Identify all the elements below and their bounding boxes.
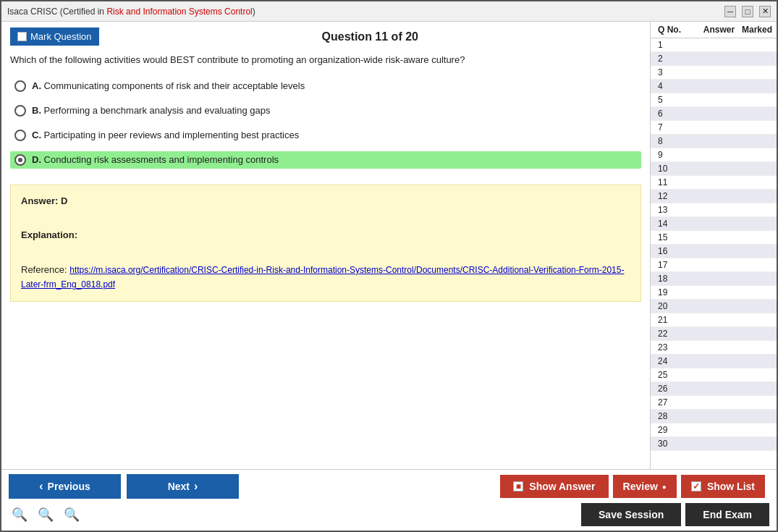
question-list-row[interactable]: 11 (651, 176, 777, 190)
reference: Reference: https://m.isaca.org/Certifica… (21, 263, 630, 293)
row-qno: 29 (652, 425, 699, 435)
close-button[interactable]: ✕ (759, 6, 771, 17)
option-a[interactable]: A. Communicating components of risk and … (10, 77, 641, 95)
reference-text: Reference: (21, 264, 69, 275)
row-qno: 23 (652, 342, 699, 352)
end-exam-button[interactable]: End Exam (685, 503, 769, 526)
question-list-row[interactable]: 1 (651, 38, 777, 52)
zoom-reset-button[interactable]: 🔍 (35, 505, 56, 524)
question-list-row[interactable]: 23 (651, 341, 777, 355)
show-answer-check-icon: ■ (513, 481, 523, 491)
row-qno: 19 (652, 287, 699, 297)
previous-label: Previous (48, 481, 90, 492)
show-list-label: Show List (707, 481, 755, 492)
question-area: ✓ Mark Question Question 11 of 20 Which … (1, 22, 650, 469)
header-qno: Q No. (652, 25, 699, 35)
explanation-label: Explanation: (21, 228, 630, 243)
question-list-row[interactable]: 21 (651, 313, 777, 327)
row-qno: 11 (652, 177, 699, 187)
question-list-row[interactable]: 27 (651, 396, 777, 410)
row-qno: 2 (652, 54, 699, 64)
option-c-text: C. Participating in peer reviews and imp… (32, 130, 299, 140)
question-list-row[interactable]: 7 (651, 121, 777, 135)
question-list-row[interactable]: 14 (651, 217, 777, 231)
next-button[interactable]: Next › (127, 474, 239, 499)
row-qno: 8 (652, 136, 699, 146)
maximize-button[interactable]: □ (742, 6, 753, 17)
option-d-radio (14, 154, 26, 166)
show-answer-label: Show Answer (529, 481, 595, 492)
row-qno: 6 (652, 109, 699, 119)
question-list-row[interactable]: 24 (651, 355, 777, 368)
next-label: Next (168, 481, 190, 492)
row-qno: 5 (652, 95, 699, 105)
option-b-radio (14, 105, 26, 117)
option-b[interactable]: B. Performing a benchmark analysis and e… (10, 102, 641, 119)
question-list-row[interactable]: 2 (651, 52, 777, 66)
review-dot-icon: ● (662, 483, 667, 491)
window-controls: ─ □ ✕ (724, 6, 771, 17)
row-qno: 12 (652, 191, 699, 201)
question-list-row[interactable]: 15 (651, 231, 777, 245)
row-qno: 30 (652, 439, 699, 449)
next-arrow-icon: › (194, 480, 198, 493)
right-bottom-group: Save Session End Exam (581, 503, 769, 526)
row-qno: 26 (652, 384, 699, 394)
option-c-radio (14, 130, 26, 141)
row-qno: 17 (652, 260, 699, 270)
question-list-row[interactable]: 18 (651, 272, 777, 286)
question-list-row[interactable]: 8 (651, 135, 777, 148)
question-list-header: Q No. Answer Marked (651, 22, 777, 38)
option-d-text: D. Conducting risk assessments and imple… (32, 154, 279, 165)
question-list-row[interactable]: 9 (651, 148, 777, 162)
main-window: Isaca CRISC (Certified in Risk and Infor… (0, 0, 778, 532)
question-list-row[interactable]: 13 (651, 203, 777, 217)
question-list-row[interactable]: 17 (651, 258, 777, 272)
question-list-row[interactable]: 25 (651, 368, 777, 382)
question-list-row[interactable]: 29 (651, 423, 777, 437)
row-qno: 16 (652, 246, 699, 256)
save-session-button[interactable]: Save Session (581, 503, 681, 526)
row-qno: 25 (652, 370, 699, 380)
question-list-row[interactable]: 19 (651, 286, 777, 300)
title-bar: Isaca CRISC (Certified in Risk and Infor… (1, 1, 777, 22)
question-list-row[interactable]: 3 (651, 66, 777, 80)
option-c[interactable]: C. Participating in peer reviews and imp… (10, 127, 641, 144)
option-d[interactable]: D. Conducting risk assessments and imple… (10, 151, 641, 169)
window-title: Isaca CRISC (Certified in Risk and Infor… (7, 7, 255, 17)
option-a-radio (14, 80, 26, 92)
question-list-body[interactable]: 1 2 3 4 5 6 7 8 (651, 38, 777, 469)
question-list-row[interactable]: 28 (651, 410, 777, 423)
show-list-check-icon: ✓ (691, 481, 701, 491)
previous-button[interactable]: ‹ Previous (9, 474, 121, 499)
question-list-row[interactable]: 30 (651, 437, 777, 451)
row-qno: 15 (652, 232, 699, 242)
show-list-button[interactable]: ✓ Show List (681, 475, 765, 498)
question-list-row[interactable]: 5 (651, 93, 777, 107)
question-list-row[interactable]: 16 (651, 245, 777, 258)
show-answer-button[interactable]: ■ Show Answer (500, 475, 608, 498)
question-list-row[interactable]: 20 (651, 300, 777, 313)
option-b-text: B. Performing a benchmark analysis and e… (32, 105, 271, 116)
minimize-button[interactable]: ─ (724, 6, 736, 17)
zoom-out-button[interactable]: 🔍 (9, 505, 30, 524)
row-qno: 14 (652, 219, 699, 229)
toolbar-row: ✓ Mark Question Question 11 of 20 (10, 28, 641, 46)
zoom-in-button[interactable]: 🔍 (61, 505, 83, 524)
question-list-row[interactable]: 12 (651, 190, 777, 203)
row-qno: 7 (652, 122, 699, 132)
mark-question-button[interactable]: ✓ Mark Question (10, 28, 99, 46)
question-list-sidebar: Q No. Answer Marked 1 2 3 4 5 (650, 22, 777, 469)
question-list-row[interactable]: 22 (651, 327, 777, 341)
row-qno: 21 (652, 315, 699, 325)
main-content: ✓ Mark Question Question 11 of 20 Which … (1, 22, 777, 469)
reference-link[interactable]: https://m.isaca.org/Certification/CRISC-… (21, 265, 624, 290)
question-list-row[interactable]: 4 (651, 80, 777, 93)
question-list-row[interactable]: 26 (651, 382, 777, 396)
answer-box: Answer: D Explanation: Reference: https:… (10, 185, 641, 303)
question-list-row[interactable]: 6 (651, 107, 777, 121)
review-button[interactable]: Review ● (613, 475, 677, 498)
row-qno: 22 (652, 329, 699, 339)
question-list-row[interactable]: 10 (651, 162, 777, 176)
previous-arrow-icon: ‹ (39, 480, 43, 493)
